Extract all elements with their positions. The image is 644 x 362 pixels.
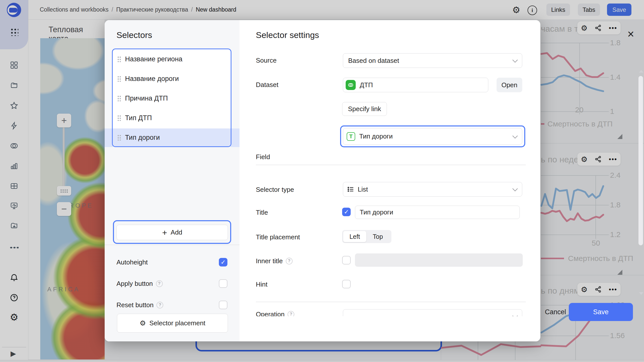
dialog-scrollbar[interactable]: [638, 76, 643, 245]
autoheight-row: Autoheight: [116, 258, 148, 266]
reset-button-checkbox[interactable]: [219, 301, 227, 309]
selector-placement-button[interactable]: ⚙ Selector placement: [117, 314, 228, 333]
settings-section: Selector settings × Source Based on data…: [239, 20, 540, 341]
placement-left-option[interactable]: Left: [343, 231, 366, 242]
selectors-list: Название региона Название дороги Причина…: [112, 49, 231, 147]
selector-type-select[interactable]: List: [343, 182, 522, 197]
drag-handle-icon[interactable]: [117, 134, 121, 141]
placement-top-option[interactable]: Top: [366, 231, 389, 242]
dataset-label: Dataset: [256, 81, 278, 89]
selector-item[interactable]: Название дороги: [113, 69, 230, 88]
inner-title-row: Inner title ?: [256, 257, 293, 265]
help-icon[interactable]: ?: [156, 302, 163, 308]
settings-title: Selector settings: [256, 30, 319, 40]
selectors-section: Selectors Название региона Название доро…: [105, 20, 239, 341]
hint-checkbox[interactable]: [342, 280, 351, 288]
inner-title-input-disabled: [355, 253, 523, 267]
dataset-field[interactable]: ДТП: [343, 78, 488, 92]
drag-handle-icon[interactable]: [117, 56, 121, 62]
source-label: Source: [256, 57, 276, 64]
operation-label: Operation: [256, 310, 285, 316]
scroll-down-arrow[interactable]: [639, 292, 643, 295]
selector-item[interactable]: Название региона: [113, 49, 230, 69]
operation-select[interactable]: [343, 309, 522, 316]
open-dataset-button[interactable]: Open: [497, 78, 522, 92]
field-label: Field: [256, 153, 270, 161]
scroll-up-arrow[interactable]: [639, 70, 643, 73]
title-checkbox[interactable]: [342, 208, 351, 216]
specify-link-button[interactable]: Specify link: [342, 102, 387, 116]
chevron-down-icon: [512, 186, 518, 191]
drag-handle-icon[interactable]: [117, 95, 121, 101]
chevron-down-icon: [512, 133, 518, 138]
selector-item-selected[interactable]: Тип дороги: [113, 128, 230, 147]
field-type-icon: T: [347, 132, 355, 141]
close-icon[interactable]: ×: [627, 28, 634, 40]
source-select[interactable]: Based on dataset: [343, 53, 522, 68]
field-select[interactable]: T Тип дороги: [343, 128, 522, 145]
title-input[interactable]: [355, 206, 520, 219]
save-button[interactable]: Save: [569, 303, 633, 321]
add-selector-button[interactable]: + Add: [116, 225, 228, 240]
title-placement-segment: Left Top: [342, 230, 391, 243]
selector-item[interactable]: Тип ДТП: [113, 108, 230, 128]
drag-handle-icon[interactable]: [117, 76, 121, 82]
selector-settings-dialog: Selectors Название региона Название доро…: [105, 20, 540, 341]
help-icon[interactable]: ?: [288, 311, 294, 316]
operation-row-clipped: Operation ?: [239, 303, 540, 316]
chevron-down-icon: [512, 313, 518, 316]
title-placement-label: Title placement: [256, 233, 300, 241]
cancel-button[interactable]: Cancel: [545, 307, 566, 317]
selector-type-label: Selector type: [256, 186, 294, 194]
help-icon[interactable]: ?: [156, 280, 163, 287]
hint-label: Hint: [256, 281, 267, 288]
help-icon[interactable]: ?: [286, 258, 293, 264]
selectors-title: Selectors: [116, 30, 152, 40]
dataset-icon: [346, 80, 356, 90]
gear-icon: ⚙: [140, 319, 146, 327]
autoheight-checkbox[interactable]: [219, 258, 227, 266]
list-icon: [347, 186, 354, 193]
chevron-down-icon: [512, 57, 518, 63]
screen: Collections and workbooks / Практические…: [0, 0, 644, 362]
title-label: Title: [256, 209, 268, 216]
inner-title-checkbox[interactable]: [342, 256, 351, 264]
apply-button-row: Apply button ?: [116, 279, 163, 288]
apply-button-checkbox[interactable]: [219, 279, 227, 288]
selector-item[interactable]: Причина ДТП: [113, 88, 230, 108]
drag-handle-icon[interactable]: [117, 115, 121, 121]
reset-button-row: Reset button ?: [116, 301, 163, 309]
